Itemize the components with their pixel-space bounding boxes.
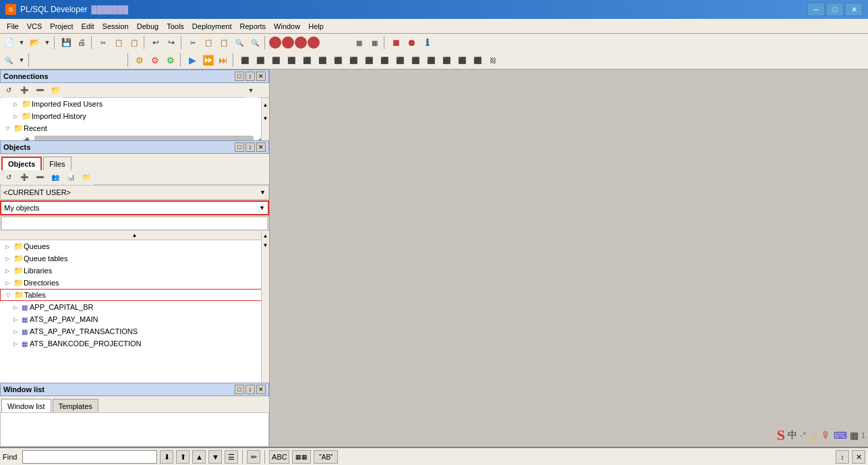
find-close-extra[interactable]: ↕ [836, 450, 849, 464]
tb2-b5[interactable] [95, 53, 110, 67]
tree-queues[interactable]: ▷ 📁 Queues [0, 240, 269, 252]
tb2-compile[interactable]: ⚙ [132, 53, 147, 67]
objects-close[interactable]: ✕ [256, 142, 266, 152]
connections-pin[interactable]: □ [235, 72, 244, 81]
connections-float[interactable]: ↕ [245, 72, 255, 81]
find-down-btn[interactable]: ⬇ [160, 450, 173, 464]
tb-b4[interactable] [308, 36, 320, 49]
obj-scroll-up[interactable]: ▲ [0, 231, 269, 240]
connections-close[interactable]: ✕ [256, 72, 266, 81]
tb-open-dd[interactable]: ▼ [17, 35, 26, 50]
tb-table1[interactable]: ▦ [351, 35, 366, 50]
menu-help[interactable]: Help [304, 21, 328, 32]
tree-imported-fixed[interactable]: ▷ 📁 Imported Fixed Users [0, 98, 269, 110]
scroll-up-btn[interactable]: ▲ [262, 98, 269, 111]
conn-folder[interactable]: 📁 [48, 83, 63, 98]
tab-objects[interactable]: Objects [1, 157, 42, 170]
tree-ats-bankcode[interactable]: ▷ ▦ ATS_BANKCODE_PROJECTION [0, 337, 269, 350]
menu-reports[interactable]: Reports [236, 21, 270, 32]
objects-scroll-v[interactable]: ▲ ▼ [261, 231, 269, 383]
tree-recent-db[interactable]: 🔌 ✔ ▼ [0, 134, 269, 140]
window-list-float[interactable]: ↕ [245, 385, 255, 394]
tb2-b1[interactable] [33, 53, 48, 67]
find-list[interactable]: ☰ [225, 450, 238, 464]
tb2-arrow2[interactable]: ⏩ [200, 53, 215, 67]
tb2-debug9[interactable]: ⬛ [361, 53, 376, 67]
tb2-debug14[interactable]: ⬛ [439, 53, 454, 67]
tb2-debug4[interactable]: ⬛ [284, 53, 299, 67]
tb-undo[interactable]: ↩ [148, 35, 163, 50]
conn-dd[interactable]: ▼ [243, 83, 258, 98]
find-match-case[interactable]: ▲ [192, 450, 206, 464]
tb-stop[interactable]: ⏹ [388, 35, 403, 50]
tb-b3[interactable] [295, 36, 307, 49]
tb-save[interactable]: 💾 [59, 35, 74, 50]
tb2-debug7[interactable]: ⬛ [330, 53, 345, 67]
tb2-debug5[interactable]: ⬛ [299, 53, 314, 67]
tb-new[interactable]: 📄 [1, 35, 16, 50]
window-list-pin[interactable]: □ [235, 385, 244, 394]
obj-chart[interactable]: 📊 [63, 170, 78, 185]
maximize-button[interactable]: □ [826, 3, 844, 16]
tab-templates[interactable]: Templates [53, 399, 98, 412]
menu-debug[interactable]: Debug [133, 21, 163, 32]
menu-file[interactable]: File [3, 21, 23, 32]
minimize-button[interactable]: ─ [807, 3, 825, 16]
tb-record[interactable]: ⏺ [404, 35, 419, 50]
tree-imported-history[interactable]: ▷ 📁 Imported History [0, 110, 269, 122]
find-ab-quote[interactable]: "AB" [314, 450, 338, 464]
tb-cut2[interactable]: ✂ [185, 35, 200, 50]
tb2-debug12[interactable]: ⬛ [408, 53, 423, 67]
tree-libraries[interactable]: ▷ 📁 Libraries [0, 265, 269, 277]
tb2-debug16[interactable]: ⬛ [470, 53, 485, 67]
tb2-compile3[interactable]: ⚙ [163, 53, 178, 67]
tb2-debug1[interactable]: ⬛ [237, 53, 252, 67]
tb-info[interactable]: ℹ [419, 35, 434, 50]
menu-session[interactable]: Session [98, 21, 133, 32]
conn-refresh[interactable]: ↺ [1, 83, 16, 98]
tree-ats-ap-pay-main[interactable]: ▷ ▦ ATS_AP_PAY_MAIN [0, 313, 269, 325]
tb-b2[interactable] [282, 36, 294, 49]
objects-float[interactable]: ↕ [245, 142, 255, 152]
tb2-arrow1[interactable]: ▶ [185, 53, 200, 67]
tb-redo[interactable]: ↪ [164, 35, 179, 50]
tb2-debug3[interactable]: ⬛ [268, 53, 283, 67]
tb2-b2[interactable] [49, 53, 63, 67]
scroll-down-btn[interactable]: ▼ [262, 111, 269, 125]
tb-table2[interactable]: ▦ [367, 35, 382, 50]
obj-folder[interactable]: 📁 [79, 170, 94, 185]
tb-print[interactable]: 🖨 [74, 35, 89, 50]
conn-add[interactable]: ➕ [17, 83, 32, 98]
tab-window-list[interactable]: Window list [1, 399, 51, 412]
tb2-debug2[interactable]: ⬛ [253, 53, 268, 67]
menu-project[interactable]: Project [46, 21, 77, 32]
tab-files[interactable]: Files [43, 157, 71, 170]
tb-paste[interactable]: 📋 [127, 35, 142, 50]
tb2-debug15[interactable]: ⬛ [455, 53, 469, 67]
tree-queue-tables[interactable]: ▷ 📁 Queue tables [0, 252, 269, 265]
tb2-compile2[interactable]: ⚙ [148, 53, 163, 67]
tb2-b6[interactable] [111, 53, 125, 67]
tb2-debug11[interactable]: ⬛ [393, 53, 407, 67]
menu-vcs[interactable]: VCS [23, 21, 47, 32]
close-button[interactable]: ✕ [845, 3, 863, 16]
tree-tables[interactable]: ▽ 📁 Tables [0, 289, 269, 301]
find-abc[interactable]: ABC [269, 450, 289, 464]
tb2-chain[interactable]: ⛓ [486, 53, 500, 67]
menu-deployment[interactable]: Deployment [188, 21, 236, 32]
tb2-b3[interactable] [64, 53, 79, 67]
tb2-dd[interactable]: ▼ [17, 53, 26, 67]
tb-open[interactable]: 📂 [27, 35, 42, 50]
obj-remove[interactable]: ➖ [32, 170, 47, 185]
my-objects-bar[interactable]: My objects ▼ [0, 200, 269, 215]
menu-edit[interactable]: Edit [78, 21, 98, 32]
tb-open2-dd[interactable]: ▼ [42, 35, 52, 50]
tb2-debug6[interactable]: ⬛ [315, 53, 330, 67]
tb-b6[interactable] [336, 35, 351, 50]
tb2-arrow3[interactable]: ⏭ [216, 53, 231, 67]
tb2-b4[interactable] [80, 53, 94, 67]
find-input[interactable] [22, 450, 157, 464]
tree-recent[interactable]: ▽ 📁 Recent [0, 122, 269, 134]
find-close[interactable]: ✕ [852, 450, 865, 464]
find-grid[interactable]: ▦▦ [292, 450, 311, 464]
